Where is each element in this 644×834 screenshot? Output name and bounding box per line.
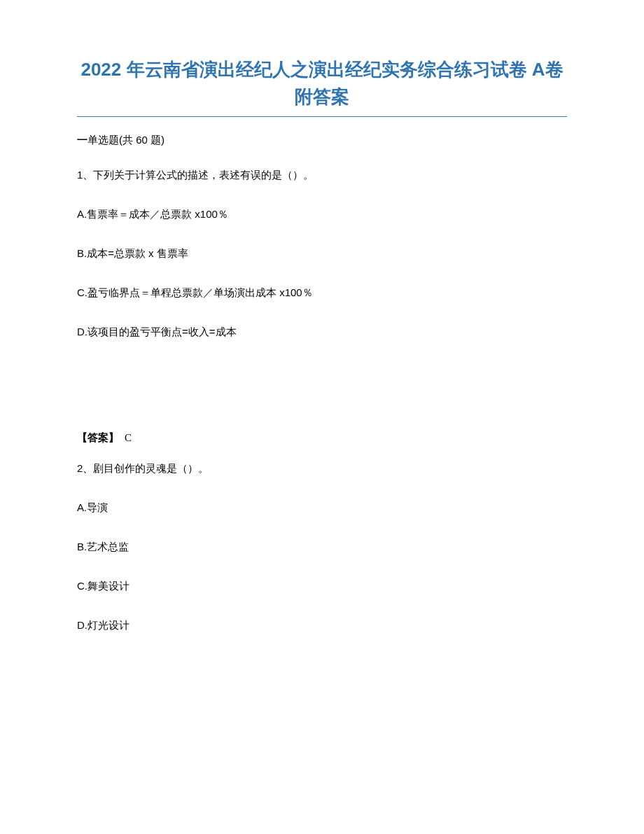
- section-count-open: (共: [119, 134, 136, 146]
- section-header: 一单选题(共 60 题): [77, 134, 567, 147]
- question-1-option-c: C.盈亏临界点＝单程总票款／单场演出成本 x100％: [77, 284, 567, 301]
- question-2-option-a: A.导演: [77, 499, 567, 516]
- question-2-option-c: C.舞美设计: [77, 578, 567, 595]
- answer-label: 【答案】: [77, 431, 119, 443]
- section-type: 单选题: [88, 134, 119, 146]
- question-1-answer: 【答案】C: [77, 431, 567, 445]
- question-1-option-a: A.售票率＝成本／总票款 x100％: [77, 206, 567, 223]
- question-1-body: 下列关于计算公式的描述，表述有误的是（）。: [93, 169, 314, 181]
- page-title: 2022 年云南省演出经纪人之演出经纪实务综合练习试卷 A卷附答案: [77, 56, 567, 111]
- section-count-num: 60: [136, 134, 148, 146]
- title-underline: [77, 116, 567, 117]
- answer-value: C: [125, 432, 132, 443]
- question-2-option-b: B.艺术总监: [77, 538, 567, 555]
- question-2-body: 剧目创作的灵魂是（）。: [93, 462, 209, 474]
- question-1-number: 1、: [77, 169, 93, 181]
- question-2-number: 2、: [77, 462, 93, 474]
- question-1-option-d: D.该项目的盈亏平衡点=收入=成本: [77, 324, 567, 340]
- section-prefix: 一: [77, 134, 88, 146]
- question-1-option-b: B.成本=总票款 x 售票率: [77, 245, 567, 262]
- section-count-close: 题): [148, 134, 164, 146]
- question-2-option-d: D.灯光设计: [77, 617, 567, 634]
- question-2-text: 2、剧目创作的灵魂是（）。: [77, 460, 567, 477]
- question-1-text: 1、下列关于计算公式的描述，表述有误的是（）。: [77, 167, 567, 183]
